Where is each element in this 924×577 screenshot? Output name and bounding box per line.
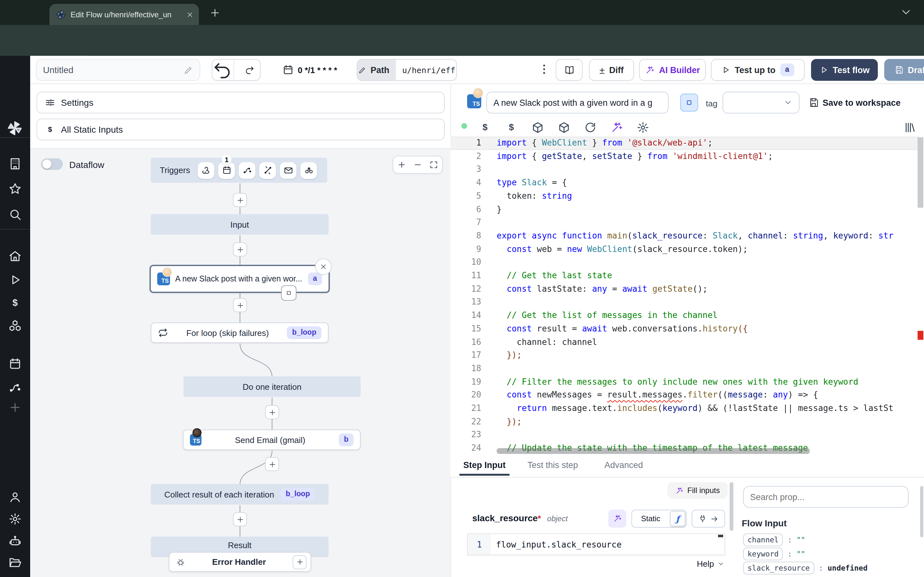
sidebar-item-favorites[interactable] [8,182,22,195]
trigger-chip-email-trigger-icon[interactable] [280,162,296,179]
sidebar-item-routes[interactable] [8,381,22,394]
test-up-to-button[interactable]: Test up to a [711,59,804,81]
slack-step-node[interactable]: TS A new Slack post with a given wor... … [150,265,330,293]
zoom-in-icon[interactable] [397,160,406,169]
sidebar-item-resources[interactable] [8,319,22,333]
sidebar-item-workers[interactable] [8,535,22,548]
flow-input-prop-keyword[interactable]: keyword : "" [743,548,805,560]
edit-name-pencil-icon[interactable] [184,65,193,75]
code-line-7[interactable]: 7 [451,216,924,229]
stop-after-step-button[interactable] [281,285,296,301]
settings-button[interactable]: Settings [37,92,445,113]
cron-expression[interactable]: 0 */1 * * * * [298,65,337,75]
help-button[interactable]: Help [697,559,724,569]
editor-settings-gear-icon[interactable] [636,121,649,134]
insert-step-button[interactable] [233,193,247,207]
prop-name[interactable]: keyword [743,548,783,560]
trigger-chip-poll-trigger-icon[interactable] [300,162,317,179]
insert-step-button[interactable] [265,457,279,471]
diff-button[interactable]: ± Diff [589,59,634,81]
step-name-input[interactable] [486,92,669,113]
code-line-11[interactable]: 11 // Get the last state [451,269,924,282]
undo-button[interactable] [212,60,234,80]
code-line-3[interactable]: 3 [451,163,924,176]
tab-close-icon[interactable] [186,11,194,18]
all-static-inputs-button[interactable]: $ All Static Inputs [37,119,445,140]
connect-input-button[interactable] [692,510,725,528]
code-line-5[interactable]: 5 token: string [451,190,924,203]
window-chevron-icon[interactable] [900,6,913,19]
code-line-13[interactable]: 13 [451,296,924,309]
add-error-handler-button[interactable] [292,555,307,569]
path-chip[interactable]: Path u/henri/eff [357,59,457,81]
error-handler-node[interactable]: Error Handler [169,552,311,572]
trigger-chip-route-trigger-icon[interactable] [239,162,255,179]
tab-test-this-step[interactable]: Test this step [527,460,578,470]
flow-input-node[interactable]: Input [151,214,328,235]
insert-step-button[interactable] [233,242,247,256]
props-scrollbar[interactable] [920,486,923,537]
sidebar-item-variables[interactable]: $ [8,296,22,309]
vertical-scrollbar[interactable] [918,137,923,208]
test-flow-button[interactable]: Test flow [811,59,878,81]
schedule-calendar-icon[interactable] [282,64,294,76]
new-tab-button[interactable] [209,7,221,19]
code-editor[interactable]: 1import { WebClient } from '@slack/web-a… [451,137,924,455]
code-line-15[interactable]: 15 const result = await web.conversation… [451,322,924,335]
flow-name-input[interactable] [36,59,200,81]
code-line-8[interactable]: 8export async function main(slack_resour… [451,229,924,243]
function-f-icon[interactable]: ƒ [670,511,685,526]
prop-name[interactable]: channel [743,533,783,546]
sidebar-item-runs[interactable] [8,273,22,287]
code-line-16[interactable]: 16 channel: channel [451,335,924,349]
cache-step-button[interactable] [680,93,698,111]
redo-button[interactable] [239,65,260,75]
windmill-logo[interactable] [7,121,23,136]
assets-dollar-icon[interactable]: $ [479,121,491,134]
sidebar-item-add[interactable] [8,401,22,414]
code-line-18[interactable]: 18 [451,362,924,376]
test-up-to-step-badge[interactable]: a [780,64,795,76]
package-icon[interactable] [557,121,570,134]
code-line-9[interactable]: 9 const web = new WebClient(slack_resour… [451,243,924,256]
code-line-22[interactable]: 22 }); [451,415,924,428]
draft-button[interactable]: Draft [884,59,924,81]
variables-dollar-icon[interactable]: $ [505,121,518,134]
code-line-20[interactable]: 20 const newMessages = result.messages.f… [451,389,924,402]
sidebar-item-settings[interactable] [8,512,22,526]
insert-step-button[interactable] [233,512,247,526]
ai-wand-icon[interactable] [610,121,623,134]
do-one-iteration-node[interactable]: Do one iteration [184,376,360,397]
prop-name[interactable]: slack_resource [743,562,814,574]
docs-book-button[interactable] [556,59,583,81]
library-icon[interactable] [903,121,916,134]
code-line-6[interactable]: 6} [451,203,924,216]
trigger-chip-websocket-trigger-icon[interactable] [259,162,276,179]
reset-refresh-icon[interactable] [584,121,597,134]
sidebar-item-folders[interactable] [8,556,22,569]
sidebar-item-home[interactable] [8,250,22,263]
ai-fill-button[interactable] [608,510,626,528]
collect-result-node[interactable]: Collect result of each iteration b_loop [151,484,328,504]
static-function-toggle[interactable]: Static ƒ [632,510,687,528]
flow-input-prop-channel[interactable]: channel : "" [743,533,805,546]
code-line-1[interactable]: 1import { WebClient } from '@slack/web-a… [451,137,924,150]
horizontal-scrollbar[interactable] [497,448,810,454]
delete-step-button[interactable] [315,258,332,275]
code-line-10[interactable]: 10 [451,256,924,269]
insert-step-button[interactable] [265,405,279,419]
search-prop-input[interactable] [743,486,909,508]
sidebar-item-workspace[interactable] [8,157,22,171]
send-email-node[interactable]: TS Send Email (gmail) b [183,430,360,450]
code-line-17[interactable]: 17 }); [451,349,924,362]
zoom-out-icon[interactable] [413,160,422,169]
code-line-21[interactable]: 21 return message.text.includes(keyword)… [451,402,924,415]
ai-builder-button[interactable]: AI Builder [639,59,706,81]
code-line-2[interactable]: 2import { getState, setState } from 'win… [451,150,924,163]
sidebar-item-user[interactable] [8,490,22,504]
panel-scrollbar[interactable] [730,482,733,531]
fit-view-icon[interactable] [430,160,439,169]
triggers-node[interactable]: Triggers 1 [151,158,327,183]
trigger-chip-webhook-trigger-icon[interactable] [198,162,214,179]
package-icon[interactable] [531,121,544,134]
